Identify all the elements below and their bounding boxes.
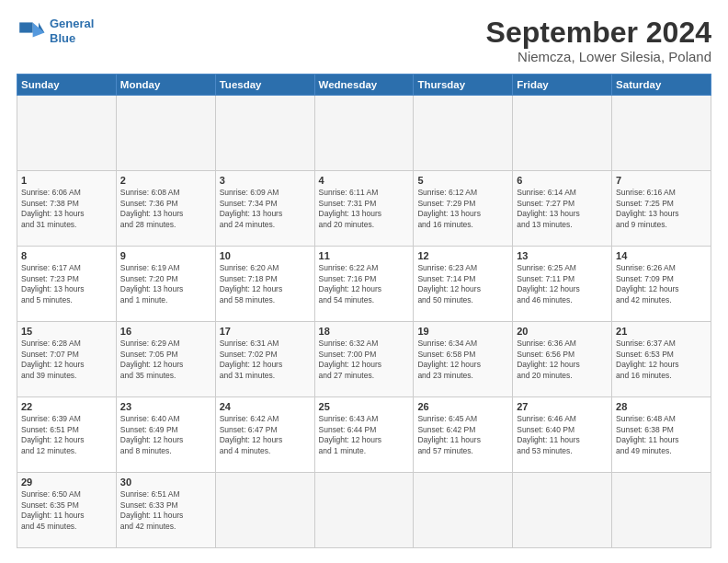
calendar-week-3: 15Sunrise: 6:28 AM Sunset: 7:07 PM Dayli… [17,322,711,397]
col-monday: Monday [116,75,215,96]
calendar-cell [116,96,215,171]
cell-info: Sunrise: 6:14 AM Sunset: 7:27 PM Dayligh… [517,188,608,230]
calendar-cell: 2Sunrise: 6:08 AM Sunset: 7:36 PM Daylig… [116,171,215,247]
cell-info: Sunrise: 6:12 AM Sunset: 7:29 PM Dayligh… [417,188,508,230]
calendar-week-4: 22Sunrise: 6:39 AM Sunset: 6:51 PM Dayli… [17,397,711,473]
calendar-cell: 20Sunrise: 6:36 AM Sunset: 6:56 PM Dayli… [513,322,612,397]
calendar-cell: 4Sunrise: 6:11 AM Sunset: 7:31 PM Daylig… [314,171,414,247]
calendar-cell: 3Sunrise: 6:09 AM Sunset: 7:34 PM Daylig… [215,171,314,247]
col-friday: Friday [513,75,612,96]
calendar-week-1: 1Sunrise: 6:06 AM Sunset: 7:38 PM Daylig… [17,171,711,247]
day-number: 26 [417,401,508,412]
calendar-cell: 6Sunrise: 6:14 AM Sunset: 7:27 PM Daylig… [513,171,612,247]
day-number: 10 [220,250,311,261]
day-number: 1 [21,175,112,186]
day-number: 4 [319,175,410,186]
day-number: 30 [120,477,211,488]
calendar-cell: 27Sunrise: 6:46 AM Sunset: 6:40 PM Dayli… [513,397,612,473]
calendar-cell: 10Sunrise: 6:20 AM Sunset: 7:18 PM Dayli… [215,247,314,322]
cell-info: Sunrise: 6:50 AM Sunset: 6:35 PM Dayligh… [21,489,112,532]
cell-info: Sunrise: 6:28 AM Sunset: 7:07 PM Dayligh… [21,339,112,381]
calendar-cell: 22Sunrise: 6:39 AM Sunset: 6:51 PM Dayli… [17,397,117,473]
calendar-cell: 5Sunrise: 6:12 AM Sunset: 7:29 PM Daylig… [414,171,513,247]
calendar-cell: 30Sunrise: 6:51 AM Sunset: 6:33 PM Dayli… [116,473,215,548]
logo-line1: General [50,17,94,30]
col-saturday: Saturday [612,75,711,96]
calendar-table: Sunday Monday Tuesday Wednesday Thursday… [17,74,711,548]
calendar-cell: 23Sunrise: 6:40 AM Sunset: 6:49 PM Dayli… [116,397,215,473]
day-number: 16 [120,326,211,337]
svg-rect-2 [19,22,32,32]
calendar-cell [314,473,414,548]
cell-info: Sunrise: 6:11 AM Sunset: 7:31 PM Dayligh… [319,188,410,230]
calendar-cell: 9Sunrise: 6:19 AM Sunset: 7:20 PM Daylig… [116,247,215,322]
day-number: 17 [220,326,311,337]
day-number: 20 [517,326,608,337]
cell-info: Sunrise: 6:37 AM Sunset: 6:53 PM Dayligh… [616,339,707,381]
title-block: September 2024 Niemcza, Lower Silesia, P… [486,17,711,64]
day-number: 6 [517,175,608,186]
calendar-cell: 8Sunrise: 6:17 AM Sunset: 7:23 PM Daylig… [17,247,117,322]
cell-info: Sunrise: 6:26 AM Sunset: 7:09 PM Dayligh… [616,263,707,305]
day-number: 3 [220,175,311,186]
cell-info: Sunrise: 6:09 AM Sunset: 7:34 PM Dayligh… [220,188,311,230]
day-number: 13 [517,250,608,261]
cell-info: Sunrise: 6:08 AM Sunset: 7:36 PM Dayligh… [120,188,211,230]
logo-text: General Blue [50,17,94,45]
header-row: Sunday Monday Tuesday Wednesday Thursday… [17,75,711,96]
day-number: 29 [21,477,112,488]
calendar-cell: 17Sunrise: 6:31 AM Sunset: 7:02 PM Dayli… [215,322,314,397]
cell-info: Sunrise: 6:20 AM Sunset: 7:18 PM Dayligh… [220,263,311,305]
cell-info: Sunrise: 6:40 AM Sunset: 6:49 PM Dayligh… [120,414,211,456]
calendar-cell [215,96,314,171]
col-thursday: Thursday [414,75,513,96]
cell-info: Sunrise: 6:48 AM Sunset: 6:38 PM Dayligh… [616,414,707,456]
calendar-cell: 18Sunrise: 6:32 AM Sunset: 7:00 PM Dayli… [314,322,414,397]
cell-info: Sunrise: 6:39 AM Sunset: 6:51 PM Dayligh… [21,414,112,456]
calendar-cell: 24Sunrise: 6:42 AM Sunset: 6:47 PM Dayli… [215,397,314,473]
calendar-cell: 14Sunrise: 6:26 AM Sunset: 7:09 PM Dayli… [612,247,711,322]
calendar-cell [314,96,414,171]
cell-info: Sunrise: 6:17 AM Sunset: 7:23 PM Dayligh… [21,263,112,305]
calendar-cell [513,473,612,548]
col-sunday: Sunday [17,75,117,96]
logo: General Blue [17,17,94,46]
page: General Blue September 2024 Niemcza, Low… [0,0,728,563]
day-number: 18 [319,326,410,337]
day-number: 28 [616,401,707,412]
cell-info: Sunrise: 6:36 AM Sunset: 6:56 PM Dayligh… [517,339,608,381]
calendar-cell [612,473,711,548]
calendar-cell [17,96,117,171]
cell-info: Sunrise: 6:19 AM Sunset: 7:20 PM Dayligh… [120,263,211,305]
cell-info: Sunrise: 6:25 AM Sunset: 7:11 PM Dayligh… [517,263,608,305]
calendar-cell [215,473,314,548]
calendar-cell: 19Sunrise: 6:34 AM Sunset: 6:58 PM Dayli… [414,322,513,397]
cell-info: Sunrise: 6:16 AM Sunset: 7:25 PM Dayligh… [616,188,707,230]
calendar-cell: 26Sunrise: 6:45 AM Sunset: 6:42 PM Dayli… [414,397,513,473]
location-title: Niemcza, Lower Silesia, Poland [486,49,711,64]
cell-info: Sunrise: 6:34 AM Sunset: 6:58 PM Dayligh… [417,339,508,381]
cell-info: Sunrise: 6:43 AM Sunset: 6:44 PM Dayligh… [319,414,410,456]
day-number: 8 [21,250,112,261]
calendar-cell: 13Sunrise: 6:25 AM Sunset: 7:11 PM Dayli… [513,247,612,322]
calendar-cell [612,96,711,171]
day-number: 19 [417,326,508,337]
logo-line2: Blue [50,31,75,45]
month-title: September 2024 [486,17,711,49]
calendar-cell: 7Sunrise: 6:16 AM Sunset: 7:25 PM Daylig… [612,171,711,247]
cell-info: Sunrise: 6:29 AM Sunset: 7:05 PM Dayligh… [120,339,211,381]
day-number: 12 [417,250,508,261]
cell-info: Sunrise: 6:45 AM Sunset: 6:42 PM Dayligh… [417,414,508,456]
calendar-cell [513,96,612,171]
day-number: 11 [319,250,410,261]
calendar-cell: 21Sunrise: 6:37 AM Sunset: 6:53 PM Dayli… [612,322,711,397]
calendar-week-2: 8Sunrise: 6:17 AM Sunset: 7:23 PM Daylig… [17,247,711,322]
calendar-week-5: 29Sunrise: 6:50 AM Sunset: 6:35 PM Dayli… [17,473,711,548]
logo-icon [17,17,46,46]
calendar-cell [414,96,513,171]
day-number: 24 [220,401,311,412]
day-number: 21 [616,326,707,337]
calendar-cell: 28Sunrise: 6:48 AM Sunset: 6:38 PM Dayli… [612,397,711,473]
day-number: 7 [616,175,707,186]
day-number: 27 [517,401,608,412]
